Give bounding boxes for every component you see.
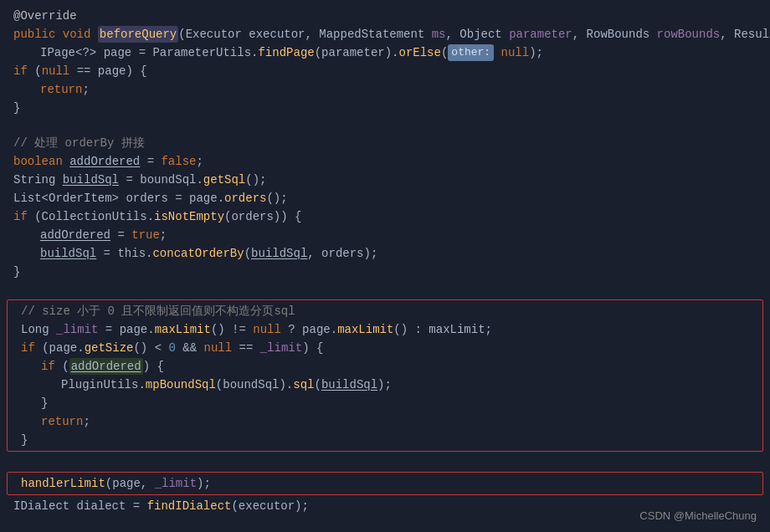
code-line-2: public void beforeQuery ( Executor execu… bbox=[0, 25, 770, 43]
code-line-3: IPage<?> page = ParameterUtils. findPage… bbox=[0, 43, 770, 62]
code-line-17: // size 小于 0 且不限制返回值则不构造分页sql bbox=[14, 302, 756, 320]
code-line-15: } bbox=[0, 263, 770, 281]
code-line-4: if ( null == page) { bbox=[0, 62, 770, 80]
red-border-section-1: // size 小于 0 且不限制返回值则不构造分页sql Long _limi… bbox=[7, 299, 763, 452]
code-editor: @Override public void beforeQuery ( Exec… bbox=[0, 0, 770, 532]
code-line-25 bbox=[0, 453, 770, 470]
code-line-23: return ; bbox=[14, 412, 756, 431]
code-line-24: } bbox=[14, 431, 756, 449]
code-line-26: handlerLimit (page, _limit ); bbox=[14, 474, 756, 493]
code-line-11: List<OrderItem> orders = page. orders ()… bbox=[0, 189, 770, 207]
code-line-5: return ; bbox=[0, 80, 770, 99]
code-line-18: Long _limit = page. maxLimit () != null … bbox=[14, 320, 756, 339]
code-line-10: String buildSql = boundSql. getSql (); bbox=[0, 171, 770, 189]
code-line-14: buildSql = this. concatOrderBy ( buildSq… bbox=[0, 244, 770, 263]
code-line-8: // 处理 orderBy 拼接 bbox=[0, 134, 770, 152]
code-line-21: PluginUtils. mpBoundSql (boundSql). sql … bbox=[14, 376, 756, 394]
code-line-13: addOrdered = true ; bbox=[0, 226, 770, 244]
code-line-22: } bbox=[14, 394, 756, 412]
code-line-20: if ( addOrdered ) { bbox=[14, 357, 756, 376]
code-line-1: @Override bbox=[0, 7, 770, 25]
code-line-12: if (CollectionUtils. isNotEmpty (orders)… bbox=[0, 207, 770, 226]
red-border-section-2: handlerLimit (page, _limit ); bbox=[7, 472, 763, 495]
code-line-16 bbox=[0, 281, 770, 298]
code-line-6: } bbox=[0, 99, 770, 117]
code-line-19: if (page. getSize () < 0 && null == _lim… bbox=[14, 339, 756, 357]
watermark: CSDN @MichelleChung bbox=[639, 509, 757, 522]
code-line-7 bbox=[0, 117, 770, 134]
code-line-9: boolean addOrdered = false ; bbox=[0, 152, 770, 171]
